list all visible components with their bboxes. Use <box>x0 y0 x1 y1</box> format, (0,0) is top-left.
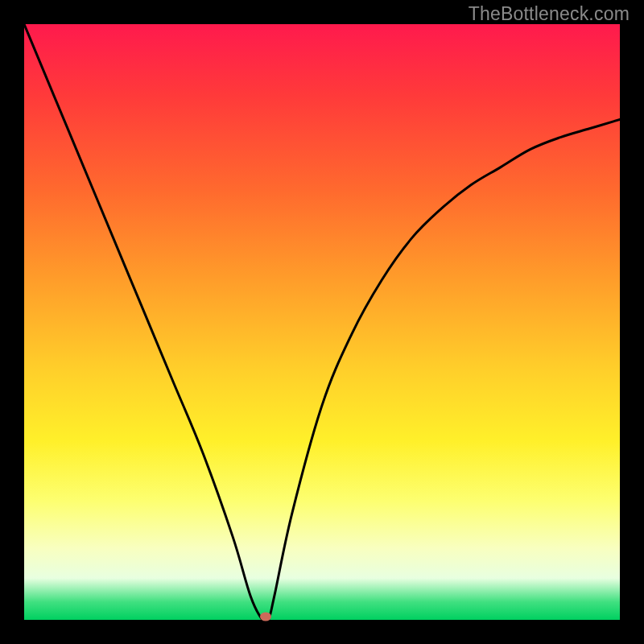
optimum-marker <box>260 613 271 621</box>
chart-frame: TheBottleneck.com <box>0 0 644 644</box>
bottleneck-curve <box>24 24 620 620</box>
plot-area <box>24 24 620 620</box>
watermark-text: TheBottleneck.com <box>469 3 630 25</box>
